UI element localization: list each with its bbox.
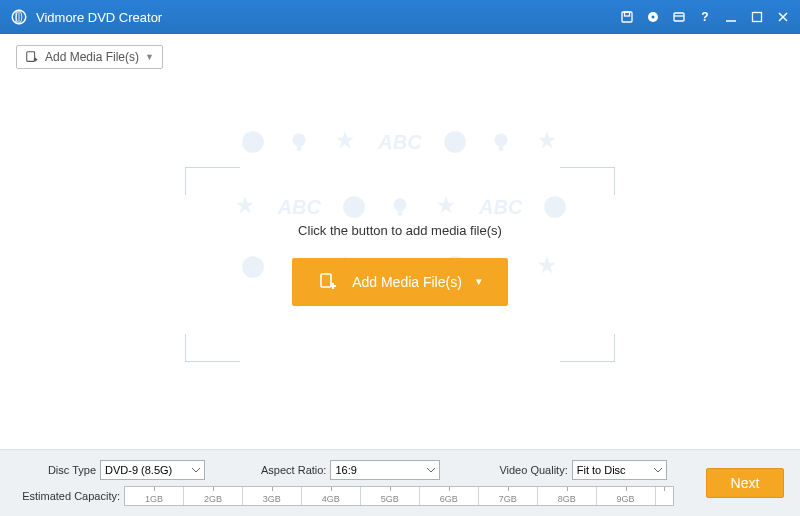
settings-row: Disc Type DVD-9 (8.5G) Aspect Ratio: 16:… [16,460,784,480]
app-logo-icon [10,8,28,26]
add-media-large-label: Add Media File(s) [352,274,462,290]
bottom-panel: Disc Type DVD-9 (8.5G) Aspect Ratio: 16:… [0,449,800,516]
title-bar: Vidmore DVD Creator ? [0,0,800,34]
svg-rect-11 [27,51,35,61]
chevron-down-icon: ▼ [145,52,154,62]
capacity-tick: 5GB [381,494,399,504]
svg-point-17 [444,131,466,153]
minimize-button[interactable] [724,10,738,24]
watermark-row: ABC [240,129,559,155]
frame-corner [185,167,240,195]
aspect-ratio-select[interactable]: 16:9 [330,460,440,480]
capacity-row: Estimated Capacity: 1GB 2GB 3GB 4GB 5GB … [16,486,784,506]
svg-point-4 [652,16,655,19]
app-title: Vidmore DVD Creator [36,10,620,25]
capacity-tick: 6GB [440,494,458,504]
settings-icon[interactable] [672,10,686,24]
window-controls: ? [620,10,790,24]
capacity-tick: 8GB [558,494,576,504]
svg-rect-18 [494,133,507,146]
frame-corner [560,167,615,195]
capacity-tick: 4GB [322,494,340,504]
svg-point-14 [242,131,264,153]
drop-zone[interactable]: Click the button to add media file(s) Ad… [185,167,615,362]
chevron-down-icon: ▾ [476,275,482,288]
next-button[interactable]: Next [706,468,784,498]
toolbar: Add Media File(s) ▼ [0,34,800,79]
video-quality-label: Video Quality: [499,464,567,476]
capacity-tick: 3GB [263,494,281,504]
svg-rect-16 [297,146,301,150]
maximize-button[interactable] [750,10,764,24]
hint-text: Click the button to add media file(s) [298,223,502,238]
svg-rect-1 [622,12,632,22]
add-media-button-small[interactable]: Add Media File(s) ▼ [16,45,163,69]
close-button[interactable] [776,10,790,24]
main-canvas: ABC ABC ABC ABC Click the button to add … [0,79,800,449]
video-quality-select[interactable]: Fit to Disc [572,460,667,480]
capacity-bar: 1GB 2GB 3GB 4GB 5GB 6GB 7GB 8GB 9GB [124,486,674,506]
svg-rect-30 [321,274,331,287]
add-media-small-label: Add Media File(s) [45,50,139,64]
add-media-button-large[interactable]: Add Media File(s) ▾ [292,258,508,306]
save-icon[interactable] [620,10,634,24]
add-file-icon [25,50,39,64]
capacity-tick: 9GB [617,494,635,504]
svg-rect-19 [499,146,503,150]
add-file-icon [318,272,338,292]
svg-rect-15 [293,133,306,146]
disc-type-select[interactable]: DVD-9 (8.5G) [100,460,205,480]
aspect-ratio-label: Aspect Ratio: [261,464,326,476]
capacity-tick: 2GB [204,494,222,504]
capacity-tick: 1GB [145,494,163,504]
svg-rect-5 [674,13,684,21]
estimated-capacity-label: Estimated Capacity: [16,490,120,502]
disc-type-label: Disc Type [16,464,96,476]
help-icon[interactable]: ? [698,10,712,24]
burn-icon[interactable] [646,10,660,24]
capacity-tick: 7GB [499,494,517,504]
svg-rect-8 [753,13,762,22]
frame-corner [560,334,615,362]
frame-corner [185,334,240,362]
svg-rect-2 [625,12,630,16]
